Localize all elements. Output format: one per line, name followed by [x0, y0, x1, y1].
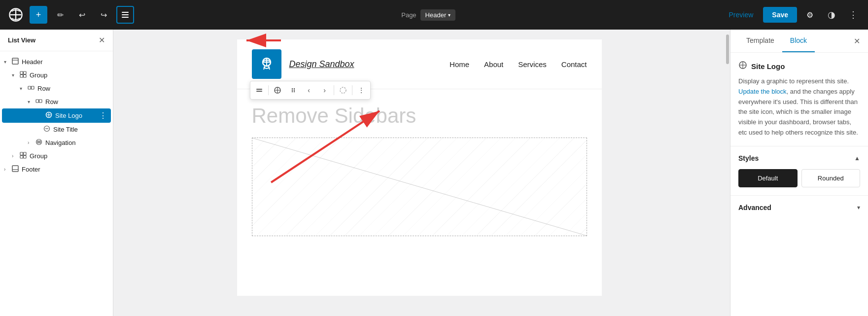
page-title: Remove Sidebars — [252, 104, 587, 128]
svg-point-46 — [291, 90, 292, 91]
svg-rect-28 — [24, 156, 27, 159]
site-title-nav: Design Sandbox Home About Services Conta… — [289, 59, 587, 70]
chevron-icon: › — [4, 167, 12, 172]
scrollbar-track[interactable] — [725, 30, 730, 316]
save-button[interactable]: Save — [763, 7, 797, 23]
group-icon — [20, 71, 27, 79]
styles-chevron-icon[interactable]: ▲ — [854, 155, 860, 162]
footer-icon — [12, 165, 19, 174]
page-label: Page — [401, 11, 416, 19]
svg-point-45 — [293, 88, 294, 89]
list-view-close-button[interactable]: ✕ — [99, 35, 105, 45]
settings-button[interactable]: ⚙ — [801, 6, 819, 24]
list-view-tree: ▾ Header ▾ Group ▾ Row — [0, 51, 113, 316]
logo-prev-button[interactable]: ‹ — [301, 82, 317, 98]
panel-styles-section: Styles ▲ Default Rounded — [730, 146, 868, 196]
svg-rect-13 — [32, 86, 35, 89]
nav-link-home[interactable]: Home — [450, 60, 469, 69]
advanced-chevron-icon: ▾ — [857, 204, 860, 211]
svg-point-44 — [291, 88, 292, 89]
tree-item-site-logo[interactable]: Site Logo ⋮ — [2, 108, 111, 123]
site-logo-icon[interactable] — [252, 49, 281, 79]
list-view-title: List View — [8, 36, 35, 44]
edit-button[interactable]: ✏ — [51, 6, 69, 24]
toolbar-center: Page Header ▾ — [138, 9, 719, 21]
logo-align-button[interactable] — [251, 82, 267, 98]
add-block-button[interactable]: + — [30, 6, 47, 24]
wp-logo[interactable] — [6, 5, 26, 25]
svg-rect-12 — [28, 86, 31, 89]
preview-button[interactable]: Preview — [723, 8, 760, 22]
nav-link-about[interactable]: About — [484, 60, 503, 69]
svg-rect-25 — [20, 152, 23, 155]
tree-item-group2[interactable]: › Group — [0, 149, 113, 163]
svg-point-47 — [293, 90, 294, 91]
logo-circle2-button[interactable] — [335, 82, 351, 98]
logo-drag-button[interactable] — [285, 82, 301, 98]
svg-line-38 — [269, 66, 270, 70]
more-options-button[interactable]: ⋮ — [844, 6, 862, 24]
right-panel: Template Block ✕ Site Logo Display a gra… — [730, 30, 868, 316]
svg-rect-8 — [20, 71, 23, 74]
tree-item-header[interactable]: ▾ Header — [0, 55, 113, 69]
tab-template[interactable]: Template — [738, 30, 782, 52]
canvas-placeholder — [252, 138, 587, 236]
tree-item-navigation[interactable]: › Navigation — [0, 136, 113, 149]
tree-item-row2[interactable]: ▾ Row — [0, 95, 113, 108]
block-icon — [12, 58, 19, 66]
canvas-content: ‹ › ⋮ Design Sandbox Home About — [237, 39, 602, 296]
tree-item-footer[interactable]: › Footer — [0, 163, 113, 176]
chevron-icon: › — [12, 153, 20, 159]
svg-rect-11 — [24, 75, 27, 78]
svg-rect-4 — [122, 14, 129, 15]
tree-item-row1[interactable]: ▾ Row — [0, 82, 113, 95]
logo-next-button[interactable]: › — [317, 82, 333, 98]
list-view-button[interactable] — [116, 6, 134, 24]
panel-description: Display a graphic to represent this site… — [738, 76, 860, 138]
panel-styles-header: Styles ▲ — [738, 154, 860, 162]
chevron-icon: ▾ — [4, 59, 12, 65]
style-default-button[interactable]: Default — [738, 169, 798, 187]
styles-options: Default Rounded — [738, 169, 860, 187]
panel-tabs: Template Block ✕ — [730, 30, 868, 53]
row-icon — [28, 84, 35, 93]
logo-toolbar: ‹ › ⋮ — [250, 81, 371, 100]
toolbar-right: Preview Save ⚙ ◑ ⋮ — [723, 6, 863, 24]
style-rounded-button[interactable]: Rounded — [801, 169, 861, 187]
svg-rect-39 — [256, 89, 262, 90]
svg-line-37 — [264, 66, 265, 70]
tree-item-group1[interactable]: ▾ Group — [0, 69, 113, 82]
logo-circle-button[interactable] — [270, 82, 285, 98]
svg-rect-6 — [12, 58, 18, 64]
svg-rect-29 — [12, 166, 18, 172]
site-name: Design Sandbox — [289, 59, 354, 70]
more-icon[interactable]: ⋮ — [99, 111, 107, 120]
contrast-button[interactable]: ◑ — [823, 6, 840, 24]
scrollbar-thumb[interactable] — [726, 35, 729, 64]
redo-button[interactable]: ↪ — [95, 6, 112, 24]
nav-links: Home About Services Contact — [450, 60, 587, 69]
svg-point-50 — [340, 87, 346, 93]
svg-rect-27 — [20, 156, 23, 159]
svg-rect-14 — [36, 100, 39, 103]
chevron-icon: ▾ — [12, 72, 20, 78]
tree-item-site-title[interactable]: Site Title — [0, 123, 113, 136]
svg-rect-15 — [39, 100, 42, 103]
main-area: List View ✕ ▾ Header ▾ Group — [0, 30, 868, 316]
page-name-button[interactable]: Header ▾ — [420, 9, 456, 21]
nav-link-services[interactable]: Services — [518, 60, 547, 69]
update-link[interactable]: Update the block — [738, 88, 787, 95]
tab-block[interactable]: Block — [782, 30, 815, 52]
chevron-icon: › — [28, 140, 35, 145]
panel-advanced-header[interactable]: Advanced ▾ — [738, 204, 860, 211]
canvas-area: ‹ › ⋮ Design Sandbox Home About — [113, 30, 725, 316]
site-logo-icon — [45, 111, 52, 120]
logo-more-button[interactable]: ⋮ — [353, 82, 369, 98]
svg-rect-40 — [256, 91, 262, 92]
undo-button[interactable]: ↩ — [73, 6, 91, 24]
nav-link-contact[interactable]: Contact — [561, 60, 587, 69]
svg-point-48 — [291, 91, 292, 92]
site-header: ‹ › ⋮ Design Sandbox Home About — [237, 39, 602, 89]
panel-close-button[interactable]: ✕ — [854, 36, 860, 46]
svg-rect-9 — [24, 71, 27, 74]
